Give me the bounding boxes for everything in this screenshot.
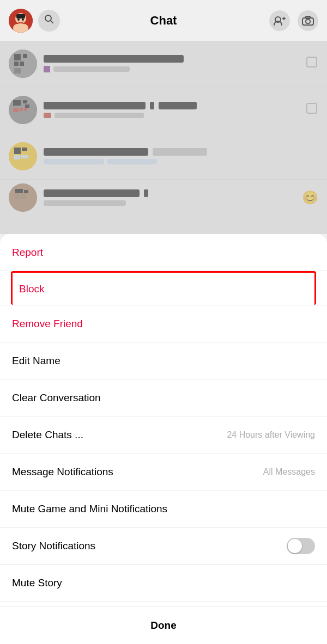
story-notifications-label: Story Notifications: [12, 540, 95, 552]
svg-rect-5: [13, 24, 28, 33]
search-button[interactable]: [38, 10, 60, 32]
story-notifications-toggle[interactable]: [287, 538, 315, 554]
camera-button[interactable]: [298, 10, 318, 31]
svg-point-3: [17, 19, 20, 21]
svg-point-4: [22, 19, 24, 21]
report-menu-item[interactable]: Report: [0, 234, 327, 271]
remove-friend-label: Remove Friend: [12, 318, 83, 330]
mute-story-label: Mute Story: [12, 577, 62, 589]
edit-name-menu-item[interactable]: Edit Name: [0, 342, 327, 379]
user-avatar[interactable]: [9, 9, 33, 33]
mute-story-menu-item[interactable]: Mute Story: [0, 565, 327, 602]
block-label: Block: [19, 283, 44, 295]
delete-chats-menu-item[interactable]: Delete Chats ... 24 Hours after Viewing: [0, 416, 327, 453]
block-menu-item[interactable]: Block: [11, 271, 316, 305]
svg-rect-2: [16, 14, 25, 19]
block-menu-item-wrapper: Block: [0, 271, 327, 305]
header: Chat: [0, 0, 327, 41]
search-icon: [44, 14, 54, 27]
done-button[interactable]: Done: [0, 606, 327, 644]
story-notifications-menu-item[interactable]: Story Notifications: [0, 528, 327, 565]
svg-point-12: [306, 19, 310, 23]
done-label: Done: [150, 620, 177, 631]
delete-chats-value: 24 Hours after Viewing: [227, 430, 315, 440]
clear-conversation-label: Clear Conversation: [12, 392, 101, 404]
report-label: Report: [12, 247, 43, 259]
header-left: [9, 9, 60, 33]
edit-name-label: Edit Name: [12, 355, 60, 367]
clear-conversation-menu-item[interactable]: Clear Conversation: [0, 379, 327, 416]
page-title: Chat: [150, 14, 177, 28]
background-dim: [0, 41, 327, 234]
message-notifications-menu-item[interactable]: Message Notifications All Messages: [0, 453, 327, 490]
action-menu-panel: Report Block Remove Friend Edit Name Cle…: [0, 234, 327, 644]
remove-friend-menu-item[interactable]: Remove Friend: [0, 305, 327, 342]
delete-chats-label: Delete Chats ...: [12, 429, 83, 441]
header-right: [269, 10, 318, 31]
message-notifications-value: All Messages: [263, 467, 315, 477]
mute-game-mini-menu-item[interactable]: Mute Game and Mini Notifications: [0, 490, 327, 528]
message-notifications-label: Message Notifications: [12, 466, 113, 478]
add-friend-button[interactable]: [269, 10, 290, 31]
svg-line-7: [51, 21, 53, 23]
mute-game-mini-label: Mute Game and Mini Notifications: [12, 503, 167, 515]
